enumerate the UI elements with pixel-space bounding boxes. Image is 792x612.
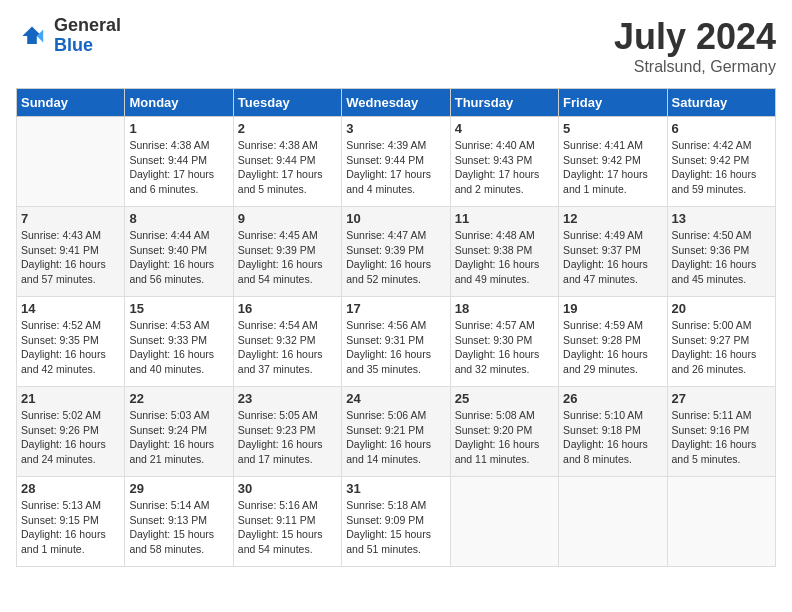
calendar-day-cell: 20Sunrise: 5:00 AM Sunset: 9:27 PM Dayli… <box>667 297 775 387</box>
calendar-day-cell: 5Sunrise: 4:41 AM Sunset: 9:42 PM Daylig… <box>559 117 667 207</box>
calendar-day-cell: 27Sunrise: 5:11 AM Sunset: 9:16 PM Dayli… <box>667 387 775 477</box>
day-info: Sunrise: 4:39 AM Sunset: 9:44 PM Dayligh… <box>346 138 445 197</box>
day-info: Sunrise: 5:10 AM Sunset: 9:18 PM Dayligh… <box>563 408 662 467</box>
col-saturday: Saturday <box>667 89 775 117</box>
calendar-day-cell: 1Sunrise: 4:38 AM Sunset: 9:44 PM Daylig… <box>125 117 233 207</box>
day-number: 15 <box>129 301 228 316</box>
day-info: Sunrise: 4:56 AM Sunset: 9:31 PM Dayligh… <box>346 318 445 377</box>
day-number: 25 <box>455 391 554 406</box>
day-info: Sunrise: 4:50 AM Sunset: 9:36 PM Dayligh… <box>672 228 771 287</box>
day-number: 7 <box>21 211 120 226</box>
calendar-day-cell: 13Sunrise: 4:50 AM Sunset: 9:36 PM Dayli… <box>667 207 775 297</box>
title-area: July 2024 Stralsund, Germany <box>614 16 776 76</box>
day-info: Sunrise: 4:45 AM Sunset: 9:39 PM Dayligh… <box>238 228 337 287</box>
calendar-day-cell <box>667 477 775 567</box>
calendar-day-cell: 18Sunrise: 4:57 AM Sunset: 9:30 PM Dayli… <box>450 297 558 387</box>
day-info: Sunrise: 4:48 AM Sunset: 9:38 PM Dayligh… <box>455 228 554 287</box>
calendar-day-cell <box>17 117 125 207</box>
calendar-day-cell: 21Sunrise: 5:02 AM Sunset: 9:26 PM Dayli… <box>17 387 125 477</box>
day-info: Sunrise: 4:43 AM Sunset: 9:41 PM Dayligh… <box>21 228 120 287</box>
day-number: 11 <box>455 211 554 226</box>
day-number: 31 <box>346 481 445 496</box>
day-info: Sunrise: 5:02 AM Sunset: 9:26 PM Dayligh… <box>21 408 120 467</box>
calendar-day-cell: 24Sunrise: 5:06 AM Sunset: 9:21 PM Dayli… <box>342 387 450 477</box>
calendar-day-cell: 28Sunrise: 5:13 AM Sunset: 9:15 PM Dayli… <box>17 477 125 567</box>
day-number: 14 <box>21 301 120 316</box>
day-number: 2 <box>238 121 337 136</box>
calendar-day-cell: 17Sunrise: 4:56 AM Sunset: 9:31 PM Dayli… <box>342 297 450 387</box>
calendar-day-cell: 8Sunrise: 4:44 AM Sunset: 9:40 PM Daylig… <box>125 207 233 297</box>
calendar-day-cell: 11Sunrise: 4:48 AM Sunset: 9:38 PM Dayli… <box>450 207 558 297</box>
day-number: 3 <box>346 121 445 136</box>
calendar-week-row: 1Sunrise: 4:38 AM Sunset: 9:44 PM Daylig… <box>17 117 776 207</box>
month-year-title: July 2024 <box>614 16 776 58</box>
calendar-day-cell: 16Sunrise: 4:54 AM Sunset: 9:32 PM Dayli… <box>233 297 341 387</box>
day-number: 16 <box>238 301 337 316</box>
calendar-day-cell: 19Sunrise: 4:59 AM Sunset: 9:28 PM Dayli… <box>559 297 667 387</box>
page-header: General Blue July 2024 Stralsund, German… <box>16 16 776 76</box>
calendar-day-cell: 9Sunrise: 4:45 AM Sunset: 9:39 PM Daylig… <box>233 207 341 297</box>
day-info: Sunrise: 4:53 AM Sunset: 9:33 PM Dayligh… <box>129 318 228 377</box>
day-number: 24 <box>346 391 445 406</box>
calendar-week-row: 28Sunrise: 5:13 AM Sunset: 9:15 PM Dayli… <box>17 477 776 567</box>
calendar-day-cell: 23Sunrise: 5:05 AM Sunset: 9:23 PM Dayli… <box>233 387 341 477</box>
day-number: 22 <box>129 391 228 406</box>
calendar-week-row: 14Sunrise: 4:52 AM Sunset: 9:35 PM Dayli… <box>17 297 776 387</box>
day-info: Sunrise: 5:03 AM Sunset: 9:24 PM Dayligh… <box>129 408 228 467</box>
location-subtitle: Stralsund, Germany <box>614 58 776 76</box>
calendar-day-cell: 25Sunrise: 5:08 AM Sunset: 9:20 PM Dayli… <box>450 387 558 477</box>
day-number: 6 <box>672 121 771 136</box>
day-info: Sunrise: 5:16 AM Sunset: 9:11 PM Dayligh… <box>238 498 337 557</box>
calendar-day-cell: 3Sunrise: 4:39 AM Sunset: 9:44 PM Daylig… <box>342 117 450 207</box>
calendar-day-cell: 22Sunrise: 5:03 AM Sunset: 9:24 PM Dayli… <box>125 387 233 477</box>
day-number: 13 <box>672 211 771 226</box>
day-number: 27 <box>672 391 771 406</box>
day-info: Sunrise: 5:05 AM Sunset: 9:23 PM Dayligh… <box>238 408 337 467</box>
day-number: 5 <box>563 121 662 136</box>
calendar-day-cell: 15Sunrise: 4:53 AM Sunset: 9:33 PM Dayli… <box>125 297 233 387</box>
day-number: 30 <box>238 481 337 496</box>
day-number: 29 <box>129 481 228 496</box>
calendar-day-cell: 30Sunrise: 5:16 AM Sunset: 9:11 PM Dayli… <box>233 477 341 567</box>
day-info: Sunrise: 4:59 AM Sunset: 9:28 PM Dayligh… <box>563 318 662 377</box>
day-info: Sunrise: 5:13 AM Sunset: 9:15 PM Dayligh… <box>21 498 120 557</box>
day-number: 20 <box>672 301 771 316</box>
day-info: Sunrise: 5:11 AM Sunset: 9:16 PM Dayligh… <box>672 408 771 467</box>
header-row: Sunday Monday Tuesday Wednesday Thursday… <box>17 89 776 117</box>
col-thursday: Thursday <box>450 89 558 117</box>
col-tuesday: Tuesday <box>233 89 341 117</box>
day-info: Sunrise: 5:18 AM Sunset: 9:09 PM Dayligh… <box>346 498 445 557</box>
calendar-day-cell <box>559 477 667 567</box>
calendar-day-cell <box>450 477 558 567</box>
day-number: 26 <box>563 391 662 406</box>
calendar-week-row: 7Sunrise: 4:43 AM Sunset: 9:41 PM Daylig… <box>17 207 776 297</box>
day-info: Sunrise: 4:41 AM Sunset: 9:42 PM Dayligh… <box>563 138 662 197</box>
logo-icon <box>16 20 48 52</box>
col-monday: Monday <box>125 89 233 117</box>
day-info: Sunrise: 4:40 AM Sunset: 9:43 PM Dayligh… <box>455 138 554 197</box>
logo-general-text: General <box>54 16 121 36</box>
day-info: Sunrise: 5:08 AM Sunset: 9:20 PM Dayligh… <box>455 408 554 467</box>
calendar-day-cell: 12Sunrise: 4:49 AM Sunset: 9:37 PM Dayli… <box>559 207 667 297</box>
day-number: 28 <box>21 481 120 496</box>
day-number: 12 <box>563 211 662 226</box>
day-number: 4 <box>455 121 554 136</box>
day-number: 9 <box>238 211 337 226</box>
calendar-day-cell: 7Sunrise: 4:43 AM Sunset: 9:41 PM Daylig… <box>17 207 125 297</box>
calendar-day-cell: 4Sunrise: 4:40 AM Sunset: 9:43 PM Daylig… <box>450 117 558 207</box>
logo-text: General Blue <box>54 16 121 56</box>
logo-blue-text: Blue <box>54 36 121 56</box>
day-number: 17 <box>346 301 445 316</box>
day-info: Sunrise: 4:52 AM Sunset: 9:35 PM Dayligh… <box>21 318 120 377</box>
calendar-week-row: 21Sunrise: 5:02 AM Sunset: 9:26 PM Dayli… <box>17 387 776 477</box>
day-info: Sunrise: 4:54 AM Sunset: 9:32 PM Dayligh… <box>238 318 337 377</box>
day-number: 10 <box>346 211 445 226</box>
col-friday: Friday <box>559 89 667 117</box>
day-number: 18 <box>455 301 554 316</box>
calendar-day-cell: 26Sunrise: 5:10 AM Sunset: 9:18 PM Dayli… <box>559 387 667 477</box>
calendar-day-cell: 2Sunrise: 4:38 AM Sunset: 9:44 PM Daylig… <box>233 117 341 207</box>
day-number: 8 <box>129 211 228 226</box>
day-info: Sunrise: 4:38 AM Sunset: 9:44 PM Dayligh… <box>238 138 337 197</box>
calendar-day-cell: 31Sunrise: 5:18 AM Sunset: 9:09 PM Dayli… <box>342 477 450 567</box>
day-info: Sunrise: 4:44 AM Sunset: 9:40 PM Dayligh… <box>129 228 228 287</box>
